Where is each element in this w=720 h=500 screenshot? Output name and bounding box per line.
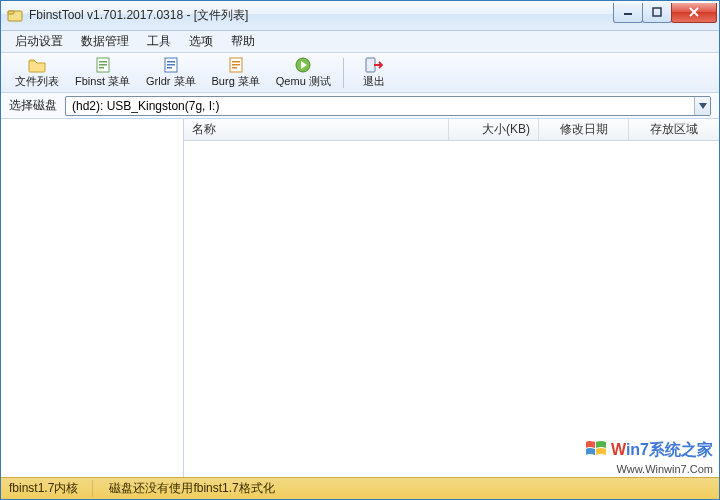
- statusbar: fbinst1.7内核 磁盘还没有使用fbinst1.7格式化: [1, 477, 719, 499]
- svg-rect-12: [167, 64, 175, 66]
- tool-label: Fbinst 菜单: [75, 74, 130, 89]
- play-icon: [295, 57, 311, 73]
- tool-grldr-menu[interactable]: Grldr 菜单: [138, 55, 204, 91]
- document-orange-icon: [229, 57, 243, 73]
- svg-rect-1: [8, 11, 14, 14]
- tree-pane[interactable]: [1, 119, 184, 477]
- exit-icon: [365, 57, 383, 73]
- titlebar[interactable]: FbinstTool v1.701.2017.0318 - [文件列表]: [1, 1, 719, 31]
- disk-selector-row: 选择磁盘 (hd2): USB_Kingston(7g, I:): [1, 93, 719, 119]
- col-size[interactable]: 大小(KB): [449, 119, 539, 140]
- window-controls: [614, 3, 717, 23]
- svg-rect-17: [232, 67, 237, 69]
- svg-rect-11: [167, 61, 175, 63]
- tool-label: 退出: [363, 74, 385, 89]
- menu-tools[interactable]: 工具: [139, 31, 179, 52]
- document-blue-icon: [164, 57, 178, 73]
- window-title: FbinstTool v1.701.2017.0318 - [文件列表]: [29, 7, 248, 24]
- svg-rect-3: [653, 8, 661, 16]
- svg-rect-19: [366, 58, 375, 72]
- tool-label: Burg 菜单: [212, 74, 260, 89]
- tool-label: Grldr 菜单: [146, 74, 196, 89]
- menu-data[interactable]: 数据管理: [73, 31, 137, 52]
- menu-help[interactable]: 帮助: [223, 31, 263, 52]
- status-message: 磁盘还没有使用fbinst1.7格式化: [109, 480, 274, 497]
- svg-rect-9: [99, 67, 104, 69]
- disk-combo[interactable]: (hd2): USB_Kingston(7g, I:): [65, 96, 711, 116]
- list-header: 名称 大小(KB) 修改日期 存放区域: [184, 119, 719, 141]
- svg-rect-13: [167, 67, 172, 69]
- close-button[interactable]: [671, 3, 717, 23]
- app-window: FbinstTool v1.701.2017.0318 - [文件列表] 启动设…: [0, 0, 720, 500]
- tool-label: 文件列表: [15, 74, 59, 89]
- tool-file-list[interactable]: 文件列表: [7, 55, 67, 91]
- svg-rect-16: [232, 64, 240, 66]
- tool-burg-menu[interactable]: Burg 菜单: [204, 55, 268, 91]
- tool-label: Qemu 测试: [276, 74, 331, 89]
- col-name[interactable]: 名称: [184, 119, 449, 140]
- col-date[interactable]: 修改日期: [539, 119, 629, 140]
- list-body[interactable]: [184, 141, 719, 477]
- app-icon: [7, 8, 23, 24]
- tool-fbinst-menu[interactable]: Fbinst 菜单: [67, 55, 138, 91]
- tool-qemu-test[interactable]: Qemu 测试: [268, 55, 339, 91]
- maximize-button[interactable]: [642, 3, 672, 23]
- status-kernel: fbinst1.7内核: [9, 480, 93, 497]
- disk-label: 选择磁盘: [9, 97, 57, 114]
- toolbar-separator: [343, 58, 344, 88]
- col-area[interactable]: 存放区域: [629, 119, 719, 140]
- list-pane: 名称 大小(KB) 修改日期 存放区域: [184, 119, 719, 477]
- svg-rect-8: [99, 64, 107, 66]
- minimize-button[interactable]: [613, 3, 643, 23]
- chevron-down-icon[interactable]: [694, 97, 710, 115]
- tool-exit[interactable]: 退出: [348, 55, 400, 91]
- document-green-icon: [96, 57, 110, 73]
- menu-startup[interactable]: 启动设置: [7, 31, 71, 52]
- menu-options[interactable]: 选项: [181, 31, 221, 52]
- main-area: 名称 大小(KB) 修改日期 存放区域: [1, 119, 719, 477]
- disk-combo-value: (hd2): USB_Kingston(7g, I:): [66, 99, 694, 113]
- folder-icon: [28, 57, 46, 73]
- svg-rect-15: [232, 61, 240, 63]
- toolbar: 文件列表 Fbinst 菜单 Grldr 菜单 Burg 菜单 Qemu 测试: [1, 53, 719, 93]
- svg-rect-7: [99, 61, 107, 63]
- menubar: 启动设置 数据管理 工具 选项 帮助: [1, 31, 719, 53]
